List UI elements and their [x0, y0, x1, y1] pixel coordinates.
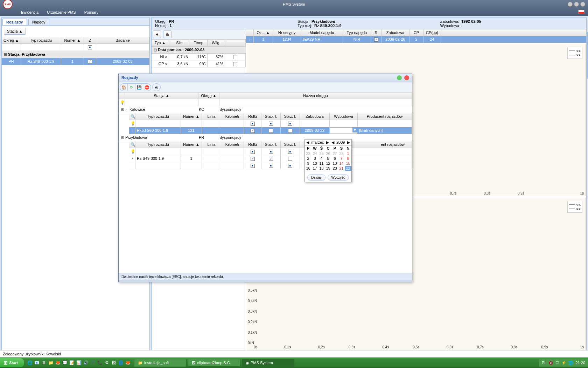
nested-row-editing[interactable]: I Rkpd S60-300-1:9 121 2009-03-22 ▼ [Bra…: [129, 127, 412, 134]
next-month-icon[interactable]: ▶: [326, 140, 329, 145]
calendar-day[interactable]: 8: [345, 156, 351, 161]
print-preview-button[interactable]: 🖨: [153, 30, 161, 38]
dialog-close-icon[interactable]: [404, 75, 409, 80]
calendar-day[interactable]: 25: [318, 151, 325, 156]
print-button[interactable]: 🖨: [153, 84, 160, 91]
calendar-day[interactable]: 3: [312, 156, 318, 161]
dcol-nazwa[interactable]: Nazwa okręgu: [219, 93, 412, 99]
dcol-okreg[interactable]: Okręg ▲: [198, 93, 219, 99]
calendar-day[interactable]: 10: [312, 161, 318, 166]
menu-ewidencja[interactable]: Ewidencja: [21, 10, 38, 14]
calendar-day[interactable]: 23: [305, 151, 312, 156]
ql-icon[interactable]: 📊: [76, 360, 82, 366]
ql-icon[interactable]: 💬: [62, 360, 68, 366]
group-stacja[interactable]: Stacja: Przykładowa: [2, 51, 149, 58]
row-checkbox[interactable]: [233, 55, 237, 59]
tray-icon[interactable]: 🔇: [548, 361, 553, 365]
col-r[interactable]: R: [371, 29, 382, 36]
calendar-day[interactable]: 19: [325, 166, 331, 171]
dialog-minimize-icon[interactable]: [397, 75, 402, 80]
calendar-day[interactable]: 20: [331, 166, 338, 171]
ncol-rolki[interactable]: Rolki: [244, 113, 261, 120]
month-label[interactable]: marzec: [311, 140, 324, 145]
col-cpop[interactable]: CP(op): [424, 29, 441, 36]
col-numer[interactable]: Numer ▲: [61, 37, 84, 43]
col-model[interactable]: Model napędu: [301, 29, 343, 36]
calendar-day[interactable]: 27: [331, 151, 338, 156]
calendar-day[interactable]: 5: [325, 156, 331, 161]
ncol-sprz[interactable]: Sprz. I.: [281, 113, 300, 120]
ql-icon[interactable]: 📧: [34, 360, 40, 366]
home-button[interactable]: 🏠: [120, 84, 128, 91]
prev-year-icon[interactable]: ◀: [331, 140, 334, 145]
calendar-day[interactable]: 4: [318, 156, 325, 161]
col-okreg[interactable]: Okręg ▲: [2, 37, 21, 43]
calendar-day[interactable]: 18: [318, 166, 325, 171]
tray-icon[interactable]: 🌐: [568, 361, 573, 365]
ql-icon[interactable]: 📝: [69, 360, 75, 366]
calendar-day[interactable]: 1: [345, 151, 351, 156]
close-icon[interactable]: [580, 2, 585, 7]
calendar-day[interactable]: 26: [325, 151, 331, 156]
measure-row[interactable]: OP < 3,6 kN 9°C 41%: [152, 61, 246, 68]
ql-icon[interactable]: 🔊: [83, 360, 89, 366]
menu-pomiary[interactable]: Pomiary: [84, 10, 98, 14]
tray-clock[interactable]: 21:20: [575, 361, 585, 365]
ncol-numer[interactable]: Numer ▲: [181, 113, 202, 120]
refresh-button[interactable]: ⟳: [128, 84, 135, 91]
clear-button[interactable]: Wyczyść: [328, 175, 349, 180]
calendar-day[interactable]: 6: [331, 156, 338, 161]
ql-icon[interactable]: 🌀: [118, 360, 124, 366]
r-checkbox[interactable]: [374, 38, 378, 42]
tray-lang[interactable]: PL: [542, 361, 546, 365]
filter-z-checkbox[interactable]: [88, 45, 92, 49]
calendar-day[interactable]: 17: [312, 166, 318, 171]
dcol-stacja[interactable]: Stacja ▲: [125, 93, 198, 99]
tray-icon[interactable]: ⚡: [561, 361, 566, 365]
calendar-day[interactable]: 24: [312, 151, 318, 156]
ncol-linia[interactable]: Linia: [202, 113, 221, 120]
print-button[interactable]: 🖶: [163, 30, 172, 38]
col-nrser[interactable]: Nr seryjny: [273, 29, 301, 36]
today-button[interactable]: Dzisiaj: [307, 175, 325, 180]
ql-icon[interactable]: 🖼: [111, 360, 117, 366]
delete-button[interactable]: ⛔: [143, 84, 151, 91]
date-dropdown-icon[interactable]: ▼: [352, 128, 357, 132]
prev-month-icon[interactable]: ◀: [306, 140, 309, 145]
col-typ2[interactable]: Typ ▲: [152, 40, 169, 46]
col-sila[interactable]: Siła: [169, 40, 190, 46]
ncol-prod[interactable]: Producent rozjazdów: [358, 113, 412, 120]
taskbar-item[interactable]: 📁instrukcja_soft: [134, 359, 187, 367]
ql-icon[interactable]: 🖥: [41, 360, 47, 366]
calendar-day[interactable]: 15: [345, 161, 351, 166]
flag-icon[interactable]: [578, 10, 584, 14]
measure-row[interactable]: NI > 0,7 kN 11°C 37%: [152, 54, 246, 61]
col-cp[interactable]: CP: [410, 29, 424, 36]
ql-icon[interactable]: 📞: [97, 360, 103, 366]
calendar-day[interactable]: 7: [338, 156, 345, 161]
ql-icon[interactable]: 🦊: [125, 360, 131, 366]
ql-icon[interactable]: ⚙: [104, 360, 110, 366]
naped-row[interactable]: › 1 1234 JEA29 NR N-R 2009-02-26 2 24: [246, 36, 586, 43]
taskbar-item-active[interactable]: ◉PMS System: [242, 359, 294, 367]
calendar-day[interactable]: 28: [338, 151, 345, 156]
calendar-day[interactable]: 14: [338, 161, 345, 166]
taskbar-item[interactable]: 🖼clipboard2bmp S.C.: [188, 359, 240, 367]
stacja-button[interactable]: Stacja ▲: [4, 28, 26, 35]
menu-urzadzenie[interactable]: Urządzenie PMS: [47, 10, 76, 14]
calendar-day[interactable]: 11: [318, 161, 325, 166]
col-oz[interactable]: Oz... ▲: [254, 29, 273, 36]
calendar-day[interactable]: 9: [305, 161, 312, 166]
grid-row-selected[interactable]: PR Rz S49-300-1:9 1 2009-02-03: [2, 58, 149, 65]
ncol-km[interactable]: Kilometr: [221, 113, 244, 120]
col-badanie[interactable]: Badanie: [96, 37, 149, 43]
group-katowice[interactable]: › Katowice KO dysponujący: [119, 106, 412, 113]
calendar-day[interactable]: 13: [331, 161, 338, 166]
col-typ[interactable]: Typ rozjazdu: [21, 37, 61, 43]
row-checkbox[interactable]: [233, 62, 237, 66]
nested-row[interactable]: › Rz S49-300-1:9 1 1992-02-05: [129, 155, 412, 162]
nested-row-empty[interactable]: [129, 162, 412, 169]
calendar-day[interactable]: 2: [305, 156, 312, 161]
save-button[interactable]: 💾: [135, 84, 143, 91]
ncol-wyb[interactable]: Wybudowa: [330, 113, 358, 120]
